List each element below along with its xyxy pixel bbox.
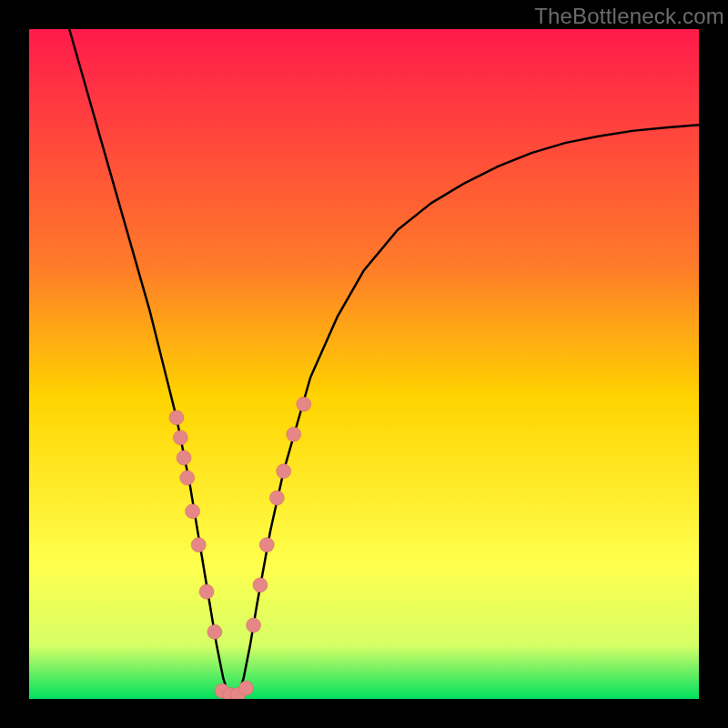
data-dot: [287, 427, 301, 441]
data-dot: [199, 584, 214, 599]
data-dot: [269, 490, 284, 505]
data-dot: [297, 397, 311, 411]
data-dot: [247, 618, 261, 632]
data-dot: [277, 464, 291, 479]
gradient-background: [29, 29, 699, 699]
data-dot: [207, 624, 222, 639]
data-dot: [180, 470, 195, 485]
plot-svg: [29, 29, 699, 699]
data-dot: [259, 538, 274, 552]
data-dot: [169, 410, 184, 425]
data-dot: [186, 504, 200, 519]
data-dot: [191, 538, 206, 552]
watermark-text: TheBottleneck.com: [534, 4, 724, 29]
data-dot: [253, 578, 268, 592]
data-dot: [177, 450, 191, 465]
chart-frame: TheBottleneck.com: [0, 0, 728, 728]
data-dot: [238, 681, 253, 695]
plot-area: [29, 29, 699, 699]
data-dot: [173, 430, 187, 445]
